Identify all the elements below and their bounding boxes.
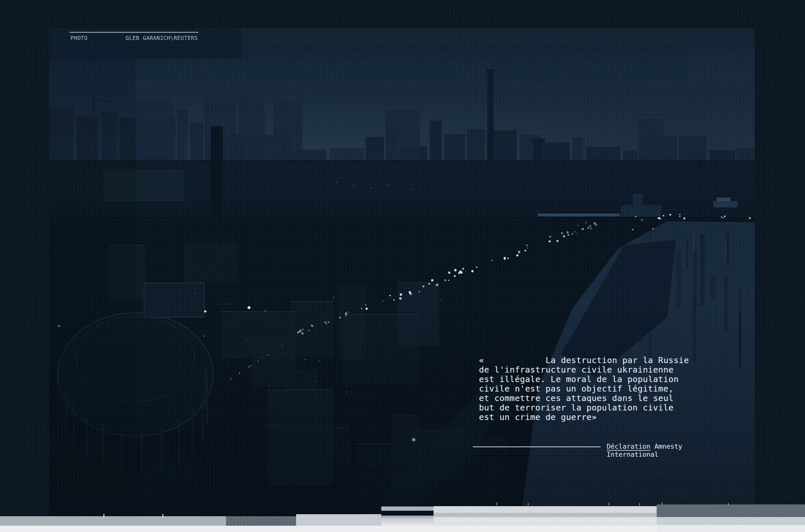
- glitch-strip-dither-bottom: [657, 525, 805, 532]
- glitch-band-credit-zone: [49, 28, 241, 59]
- glitch-strip-grey-left: [0, 516, 226, 526]
- glitch-strip-noise-block: [226, 516, 296, 526]
- glitch-tick: [162, 514, 163, 518]
- glitch-strip-lightgrey: [296, 514, 381, 526]
- glitch-strip-medium-right: [434, 513, 657, 517]
- glitch-strip-pale-right: [434, 517, 657, 526]
- photo-credit-value: GLEB GARANICH\REUTERS: [126, 35, 198, 41]
- glitch-tick: [609, 503, 609, 505]
- pull-quote: « La destruction par la Russie de l'infr…: [479, 356, 689, 422]
- attribution: Déclaration Amnesty International: [607, 442, 689, 458]
- glitch-strip-heavy-dither: [657, 505, 805, 517]
- attribution-rule: [473, 446, 601, 447]
- glitch-tick: [104, 514, 104, 518]
- glitch-strip-s4-line: [381, 516, 434, 518]
- glitch-tick: [662, 502, 662, 505]
- glitch-strip-dither-mid: [657, 517, 805, 525]
- photo-credit-label: PHOTO: [70, 35, 88, 41]
- credit-rule: [70, 32, 198, 33]
- glitch-band-mid: [241, 28, 755, 47]
- page: { "page": { "background": "#0c1721" }, "…: [0, 0, 805, 532]
- glitch-strip-s4-fade: [381, 518, 434, 526]
- glitch-band-right: [687, 47, 755, 90]
- glitch-tick: [639, 503, 640, 506]
- glitch-band-top: [49, 16, 755, 28]
- glitch-tick: [728, 503, 729, 505]
- glitch-tick: [496, 502, 497, 505]
- progress-bar: [381, 507, 434, 511]
- glitch-strip-light-right: [434, 506, 657, 513]
- attribution-link[interactable]: Déclaration: [607, 443, 650, 450]
- glitch-tick: [528, 503, 528, 506]
